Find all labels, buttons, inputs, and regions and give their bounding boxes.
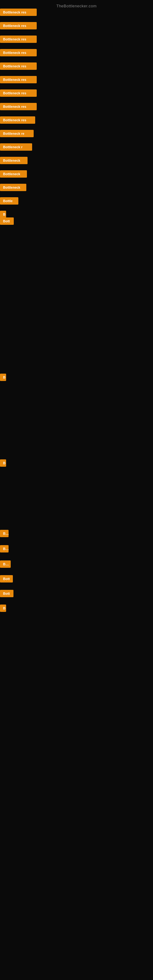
bottleneck-button-17[interactable]: Bott [0, 218, 14, 225]
bottleneck-button-20[interactable]: Bo [0, 530, 9, 537]
bottleneck-button-18[interactable]: B [0, 374, 6, 381]
bottleneck-button-5[interactable]: Bottleneck res [0, 62, 37, 70]
bottleneck-button-3[interactable]: Bottleneck res [0, 35, 37, 43]
bottleneck-button-2[interactable]: Bottleneck res [0, 22, 37, 29]
bottleneck-button-9[interactable]: Bottleneck res [0, 116, 35, 124]
bottleneck-button-15[interactable]: Bottle [0, 197, 18, 205]
bottleneck-button-19[interactable]: B [0, 460, 6, 467]
bottleneck-button-22[interactable]: Bot [0, 560, 11, 568]
bottleneck-button-7[interactable]: Bottleneck res [0, 89, 37, 97]
bottleneck-button-11[interactable]: Bottleneck r [0, 143, 32, 151]
bottleneck-button-25[interactable]: B [0, 605, 6, 612]
bottleneck-button-6[interactable]: Bottleneck res [0, 76, 37, 83]
bottleneck-button-14[interactable]: Bottleneck [0, 184, 26, 191]
bottleneck-button-23[interactable]: Bott [0, 575, 13, 582]
bottleneck-button-12[interactable]: Bottleneck [0, 157, 27, 164]
page-container: TheBottlenecker.com Bottleneck resBottle… [0, 0, 153, 980]
bottleneck-button-1[interactable]: Bottleneck res [0, 9, 37, 16]
bottleneck-button-10[interactable]: Bottleneck re [0, 130, 33, 137]
bottleneck-button-13[interactable]: Bottleneck [0, 170, 27, 178]
bottleneck-button-24[interactable]: Bott [0, 590, 13, 597]
bottleneck-button-16[interactable]: B [0, 211, 6, 218]
bottleneck-button-21[interactable]: Bo [0, 545, 9, 552]
bottleneck-button-8[interactable]: Bottleneck res [0, 103, 37, 110]
bottleneck-button-4[interactable]: Bottleneck res [0, 49, 37, 56]
